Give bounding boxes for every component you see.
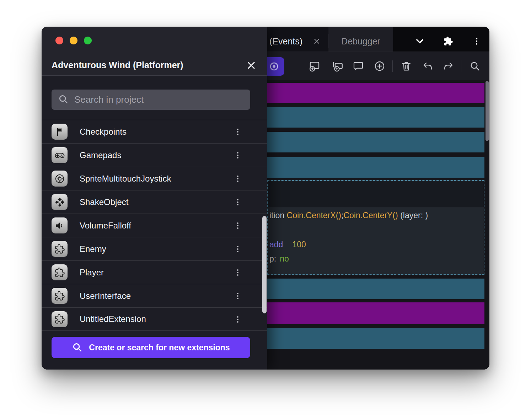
kebab-menu-icon[interactable] [472,36,482,46]
gamepad-icon [52,147,68,163]
panel-header: Adventurous Wind (Platformer) [42,55,267,76]
event-row[interactable] [267,83,484,103]
toolbar-divider [392,60,393,72]
list-item-shakeobject[interactable]: ShakeObject [42,190,267,214]
event-row[interactable] [267,132,484,152]
search-icon[interactable] [467,58,483,74]
tab-events[interactable]: (Events) [267,27,328,52]
list-item-label: VolumeFalloff [80,221,131,231]
kebab-menu-icon[interactable] [232,243,244,255]
close-icon[interactable] [245,59,257,71]
kebab-menu-icon[interactable] [232,266,244,279]
code-expression: Coin.CenterY() [343,211,398,220]
chevron-down-icon[interactable] [415,36,425,46]
list-item-untitledextension[interactable]: UntitledExtension [42,307,267,331]
list-item-enemy[interactable]: Enemy [42,237,267,260]
add-event-icon[interactable] [306,58,323,74]
toolbar-divider [461,60,461,72]
list-item-label: Checkpoints [80,127,127,137]
code-text: ition [269,211,287,220]
puzzle-icon [52,311,68,327]
list-item-label: Gamepads [80,150,121,160]
minimize-window-button[interactable] [70,37,77,44]
tab-strip: (Events) Debugger [267,27,489,52]
add-subevent-icon[interactable] [329,58,346,74]
list-item-label: Enemy [80,244,106,254]
code-text: p: [269,254,276,263]
event-row[interactable] [267,157,484,178]
list-item-gamepads[interactable]: Gamepads [42,143,267,167]
tab-events-label: (Events) [269,36,302,47]
puzzle-icon [52,264,68,280]
project-search[interactable] [52,90,250,110]
code-value: no [280,254,289,263]
redo-icon[interactable] [440,58,457,74]
kebab-menu-icon[interactable] [232,313,244,325]
kebab-menu-icon[interactable] [232,220,244,232]
app-window: (Events) Debugger [42,27,489,370]
selected-event-header [268,181,484,208]
list-item-userinterface[interactable]: UserInterface [42,284,267,307]
kebab-menu-icon[interactable] [232,196,244,208]
events-scrollbar-thumb[interactable] [486,81,489,141]
list-item-label: ShakeObject [80,197,128,207]
search-icon [58,94,69,106]
joystick-icon [52,171,68,187]
search-input[interactable] [74,94,244,105]
close-icon[interactable] [313,38,320,45]
event-row[interactable] [267,279,484,299]
event-code-line: add100 [269,240,481,249]
selected-event[interactable]: ition Coin.CenterX();Coin.CenterY() (lay… [267,180,484,275]
extensions-list: Checkpoints Gamepads SpriteMultitouchJ [42,120,267,331]
list-item-label: SpriteMultitouchJoystick [80,174,171,184]
panel-title: Adventurous Wind (Platformer) [52,60,183,70]
list-item-checkpoints[interactable]: Checkpoints [42,120,267,143]
kebab-menu-icon[interactable] [232,126,244,138]
event-code-line: p:no [269,254,481,264]
code-keyword: add [269,240,283,249]
puzzle-icon [52,288,68,304]
kebab-menu-icon[interactable] [232,290,244,302]
event-row[interactable] [267,107,484,128]
event-row[interactable] [267,302,484,324]
zoom-window-button[interactable] [84,37,92,44]
puzzle-icon [52,241,68,257]
search-icon [72,342,82,354]
code-expression: Coin.CenterX() [287,211,341,220]
move-icon [52,194,68,210]
list-item-label: Player [80,268,104,278]
events-editor: (Events) Debugger [267,27,489,370]
trash-icon[interactable] [398,58,414,74]
tab-debugger[interactable]: Debugger [328,27,393,52]
event-row[interactable] [267,328,484,349]
kebab-menu-icon[interactable] [232,149,244,161]
list-item-volumefalloff[interactable]: VolumeFalloff [42,214,267,237]
events-scrollbar[interactable] [486,80,489,366]
tabstrip-actions [415,32,489,46]
extensions-puzzle-icon[interactable] [443,36,453,46]
window-titlebar [42,27,267,55]
list-item-label: UserInterface [80,291,131,301]
speaker-icon [52,217,68,233]
panel-scrollbar-thumb[interactable] [262,216,267,313]
add-circle-icon[interactable] [371,58,388,74]
code-number: 100 [292,240,306,249]
flag-icon [52,124,68,140]
create-extension-label: Create or search for new extensions [89,343,230,352]
list-item-player[interactable]: Player [42,260,267,284]
events-toolbar [267,52,489,80]
undo-icon[interactable] [419,58,436,74]
list-item-label: UntitledExtension [80,314,146,324]
tab-debugger-label: Debugger [341,36,380,47]
add-comment-icon[interactable] [350,58,366,74]
kebab-menu-icon[interactable] [232,173,244,185]
code-text: (layer: ) [398,211,428,220]
close-window-button[interactable] [55,37,63,44]
event-code-line: ition Coin.CenterX();Coin.CenterY() (lay… [269,211,481,220]
create-extension-button[interactable]: Create or search for new extensions [52,337,250,358]
project-manager-panel: Adventurous Wind (Platformer) Checkpoint… [42,27,267,370]
list-item-spritemultitouchjoystick[interactable]: SpriteMultitouchJoystick [42,167,267,190]
